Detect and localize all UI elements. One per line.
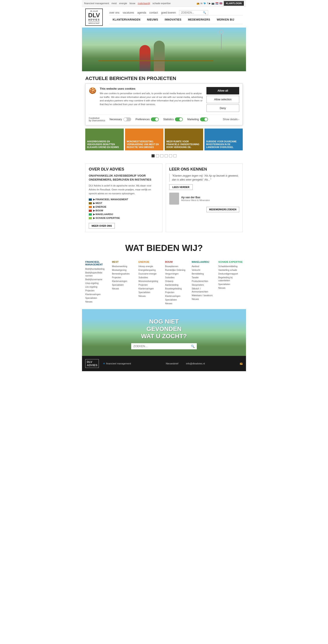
instagram-icon[interactable]: 📷 — [212, 2, 214, 5]
list-item[interactable]: Mestwetgeving — [112, 269, 136, 272]
toggle-statistics[interactable] — [175, 118, 183, 121]
list-item[interactable]: Projecten — [85, 289, 110, 292]
list-item[interactable]: Projecten — [138, 284, 163, 286]
list-item[interactable]: Begeleiding bij calamiteiten — [218, 276, 243, 282]
dot-2[interactable] — [156, 154, 159, 158]
news-card-2[interactable]: MONOMESTVERGISTING: VERWAARDING VAN MEST… — [125, 128, 164, 150]
list-item[interactable]: Taxatie — [192, 276, 216, 279]
footer-social-icon[interactable]: 📻 — [240, 362, 243, 365]
nav-medewerkers[interactable]: MEDEWERKERS — [188, 18, 210, 21]
dot-3[interactable] — [160, 154, 163, 158]
twitter-icon[interactable]: 🐦 — [203, 2, 206, 5]
nav-vacatures[interactable]: vacatures — [123, 11, 134, 14]
list-item[interactable]: Specialisten — [218, 283, 243, 286]
search-input[interactable] — [181, 11, 203, 14]
topbar-link-makelaardij[interactable]: makelaardij — [138, 2, 150, 4]
news-card-3[interactable]: MEER RUIMTE VOOR FINANCIËLE ONDERSTEUNIN… — [165, 128, 203, 150]
search-icon[interactable]: 🔍 — [203, 11, 206, 14]
list-item[interactable]: Lbv-regeling — [85, 286, 110, 288]
list-item[interactable]: Projecten — [165, 291, 190, 294]
list-item[interactable]: Nieuws — [192, 298, 216, 301]
medewerkers-zoeken-button[interactable]: MEDEWERKERS ZOEKEN — [206, 207, 239, 212]
dot-1[interactable] — [152, 154, 154, 158]
search-hero-icon[interactable]: 🔍 — [191, 344, 194, 348]
topbar-link-bouw[interactable]: bouw — [130, 2, 135, 4]
list-item[interactable]: Aanbesteding — [165, 284, 190, 286]
list-item[interactable]: Nieuws — [165, 302, 190, 305]
news-card-4[interactable]: SUBSIDIE VOOR DUURZAME INVESTERINGEN IN … — [204, 128, 243, 150]
list-item[interactable]: Nieuws — [112, 287, 136, 290]
list-item[interactable]: Energiebesparing — [138, 269, 163, 272]
facebook-icon[interactable]: f — [207, 2, 208, 5]
list-item[interactable]: Ontwerp — [165, 280, 190, 283]
dot-4[interactable] — [165, 154, 168, 158]
footer-finmgmt-label[interactable]: financieel management — [106, 362, 131, 365]
linkedin-icon[interactable]: in — [200, 2, 202, 5]
list-item[interactable]: Nieuws — [85, 300, 110, 304]
deny-button[interactable]: Deny — [206, 104, 239, 112]
list-item[interactable]: Lbvp-regeling — [85, 282, 110, 285]
nav-nieuws[interactable]: NIEUWS — [147, 18, 158, 21]
list-item[interactable]: Deskundigenrapport — [218, 272, 243, 276]
list-item[interactable]: Bedrijfsovername — [85, 278, 110, 281]
list-item[interactable]: Specialisten — [165, 298, 190, 302]
allow-selection-button[interactable]: Allow selection — [206, 96, 239, 103]
news-card-1[interactable]: AKKERBOUWERS EN VEEHOUDERS BENUTTEN ELKA… — [85, 128, 124, 150]
list-item[interactable]: Bemiddeling — [192, 272, 216, 276]
nav-werken-bij[interactable]: WERKEN BIJ — [217, 18, 234, 21]
list-item[interactable]: Duurzame energie — [138, 272, 163, 276]
list-item[interactable]: Klantervaringen — [165, 295, 190, 298]
topbar-link-finmgmt[interactable]: financieel management — [84, 2, 109, 4]
list-item[interactable]: Makelaars / taxateurs — [192, 294, 216, 297]
list-item[interactable]: Productierechten — [192, 280, 216, 283]
allow-all-button[interactable]: Allow all — [206, 87, 239, 94]
list-item[interactable]: Klantervaringen — [85, 293, 110, 296]
list-item[interactable]: Bedrijfsspecifieke normen — [85, 271, 110, 278]
list-item[interactable]: Bouwplannen — [165, 265, 190, 268]
list-item[interactable]: Bouwbegeleiding — [165, 287, 190, 290]
nav-contact[interactable]: contact — [149, 11, 158, 14]
list-item[interactable]: Monomestvergisting — [138, 280, 163, 283]
topbar-link-mest[interactable]: mest — [112, 2, 117, 4]
list-item[interactable]: Stikstof- / Ammoniarechten — [192, 287, 216, 293]
search-hero-input[interactable] — [134, 344, 191, 348]
list-item[interactable]: Vaststelling schade — [218, 269, 243, 272]
toggle-preferences[interactable] — [151, 118, 159, 121]
nav-agenda[interactable]: agenda — [137, 11, 146, 14]
nav-innovaties[interactable]: INNOVATIES — [165, 18, 182, 21]
toggle-necessary[interactable] — [123, 118, 131, 121]
list-item[interactable]: Mestverwerking — [112, 265, 136, 268]
nav-klantervaringen[interactable]: KLANTERVARINGEN — [112, 18, 140, 21]
klant-login-button[interactable]: KLANTLOGIN — [224, 1, 244, 6]
rss-icon[interactable]: 📻 — [196, 2, 200, 5]
flag-nl-icon[interactable]: 🇳🇱 — [216, 2, 218, 5]
list-item[interactable]: Bemestingsadvies — [112, 272, 136, 276]
list-item[interactable]: Inkoop energie — [138, 265, 163, 268]
list-item[interactable]: Klantervaringen — [112, 280, 136, 283]
toggle-marketing[interactable] — [200, 118, 208, 121]
list-item[interactable]: Verkocht — [192, 269, 216, 272]
list-item[interactable]: Nieuws — [138, 295, 163, 298]
topbar-link-energie[interactable]: energie — [119, 2, 127, 4]
footer-nieuwsbrief[interactable]: Nieuwsbrief — [166, 362, 178, 365]
list-item[interactable]: Vergunningen — [165, 272, 190, 276]
topbar-link-schade[interactable]: schade expertise — [152, 2, 170, 4]
meer-over-ons-button[interactable]: MEER OVER ONS — [89, 223, 115, 229]
footer-email[interactable]: info@dlvadvies.nl — [186, 362, 205, 365]
dot-6[interactable] — [174, 154, 176, 158]
list-item[interactable]: Bedrijfsontwikkeling — [85, 268, 110, 271]
list-item[interactable]: Klantervaringen — [138, 287, 163, 290]
list-item[interactable]: Specialisten — [138, 291, 163, 294]
list-item[interactable]: Specialisten — [112, 284, 136, 286]
list-item[interactable]: Subsidies — [138, 276, 163, 279]
list-item[interactable]: Projecten — [112, 276, 136, 279]
list-item[interactable]: Sloopmelers — [192, 284, 216, 286]
list-item[interactable]: Aanbod — [192, 265, 216, 268]
nav-goed-boeren[interactable]: goed boeren — [161, 11, 176, 14]
list-item[interactable]: Nieuws — [218, 286, 243, 290]
show-details-link[interactable]: Show details — [223, 118, 239, 121]
list-item[interactable]: Ruimtelijke Ordening — [165, 269, 190, 272]
youtube-icon[interactable]: ▶ — [209, 2, 210, 5]
list-item[interactable]: Specialisten — [85, 297, 110, 300]
lees-verder-button[interactable]: LEES VERDER — [169, 184, 193, 190]
